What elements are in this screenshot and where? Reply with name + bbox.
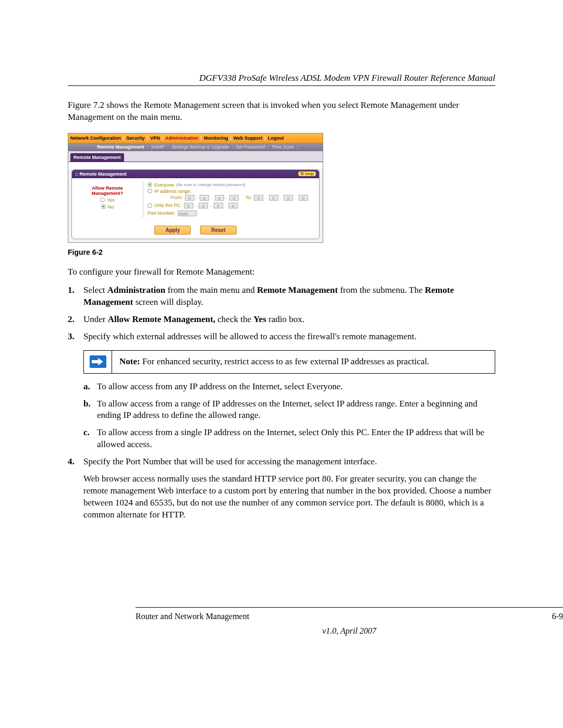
subnav-item-active[interactable]: Remote Management [97,144,144,150]
subnav-item[interactable]: Time Zone [272,144,294,150]
allow-remote-label2: Management? [76,191,139,196]
nav-item[interactable]: Logout [268,135,284,141]
substep-c: c. To allow access from a single IP addr… [83,427,495,451]
radio-icon [100,198,105,202]
from-label: From: [170,195,183,200]
everyone-note: (Be sure to change default password) [176,182,246,187]
header-rule [68,85,495,86]
step-2: 2. Under Allow Remote Management, check … [68,314,495,326]
ip-octet[interactable]: 0 [228,203,238,208]
radio-icon-checked [101,204,106,209]
subnav-item[interactable]: Set Password [236,144,265,150]
reset-button[interactable]: Reset [200,226,236,235]
ip-octet[interactable]: 0 [284,195,293,201]
to-label: To: [246,195,252,200]
tab-bar: Remote Management [68,151,323,162]
radio-yes-label: Yes [107,198,115,203]
radio-icon [148,189,152,193]
router-screenshot: Network Configuration| Security| VPN| Ad… [68,133,323,243]
subnav-item[interactable]: SNMP [151,144,165,150]
step-3: 3. Specify which external addresses will… [68,331,495,343]
nav-item[interactable]: Web Support [234,135,263,141]
step-4: 4. Specify the Port Number that will be … [68,456,495,468]
radio-no-label: No [108,204,114,209]
substep-b: b. To allow access from a range of IP ad… [83,398,495,422]
radio-icon [148,203,152,208]
ip-octet[interactable]: 0 [200,195,209,201]
ip-octet[interactable]: 0 [269,195,278,201]
footer-section: Router and Network Management [136,612,249,621]
note-text: For enhanced security, restrict access t… [140,356,430,366]
port-label: Port Number: [148,211,176,216]
document-title: DGFV338 ProSafe Wireless ADSL Modem VPN … [68,73,495,83]
ip-octet[interactable]: 0 [184,203,193,208]
ip-octet[interactable]: 0 [214,203,223,208]
radio-icon-checked [148,182,152,187]
nav-item-active[interactable]: Administration [165,135,199,141]
nav-item[interactable]: VPN [150,135,160,141]
ip-octet[interactable]: 0 [215,195,224,201]
ip-octet[interactable]: 0 [254,195,263,201]
nav-item[interactable]: Network Configuration [70,135,121,141]
tab-remote-management[interactable]: Remote Management [70,153,124,162]
ip-octet[interactable]: 0 [185,195,194,201]
footer-version: v1.0, April 2007 [136,626,563,636]
option-only-this-pc[interactable]: Only this PC: 0. 0. 0. 0 [148,203,315,208]
option-ip-range[interactable]: IP address range: [148,189,315,194]
page-footer: Router and Network Management 6-9 v1.0, … [136,607,563,636]
nav-secondary: :: Remote Management:: SNMP:: Settings B… [68,143,323,151]
note-arrow-icon [90,355,106,368]
help-button[interactable]: ② help [298,171,316,176]
note-prefix: Note: [119,356,140,366]
port-input[interactable]: 8080 [178,211,197,216]
radio-yes-row[interactable]: Yes [76,198,139,203]
apply-button[interactable]: Apply [154,226,191,235]
note-box: Note: For enhanced security, restrict ac… [83,350,495,374]
radio-no-row[interactable]: No [76,204,139,209]
allow-remote-label: Allow Remote [76,186,139,191]
figure-caption: Figure 6-2 [68,248,495,256]
panel-title: :: Remote Management [75,171,127,177]
lead-sentence: To configure your firewall for Remote Ma… [68,267,495,277]
step-1: 1. Select Administration from the main m… [68,285,495,309]
remote-management-panel: :: Remote Management ② help Allow Remote… [71,169,320,239]
subnav-item[interactable]: Settings Backup & Upgrade [172,144,229,150]
ip-octet[interactable]: 0 [199,203,208,208]
nav-primary: Network Configuration| Security| VPN| Ad… [68,133,323,143]
ip-octet[interactable]: 0 [229,195,239,201]
option-ip-range-label: IP address range: [154,189,191,194]
step-4-paragraph: Web browser access normally uses the sta… [83,473,495,521]
option-everyone[interactable]: Everyone (Be sure to change default pass… [148,182,315,188]
nav-item[interactable]: Security [126,135,145,141]
substep-a: a. To allow access from any IP address o… [83,381,495,393]
intro-paragraph: Figure 7.2 shows the Remote Management s… [68,100,495,124]
ip-octet[interactable]: 0 [299,195,308,201]
nav-item[interactable]: Monitoring [204,135,228,141]
option-everyone-label: Everyone [154,182,174,188]
option-only-this-pc-label: Only this PC: [154,203,182,208]
footer-page-number: 6-9 [552,612,563,621]
